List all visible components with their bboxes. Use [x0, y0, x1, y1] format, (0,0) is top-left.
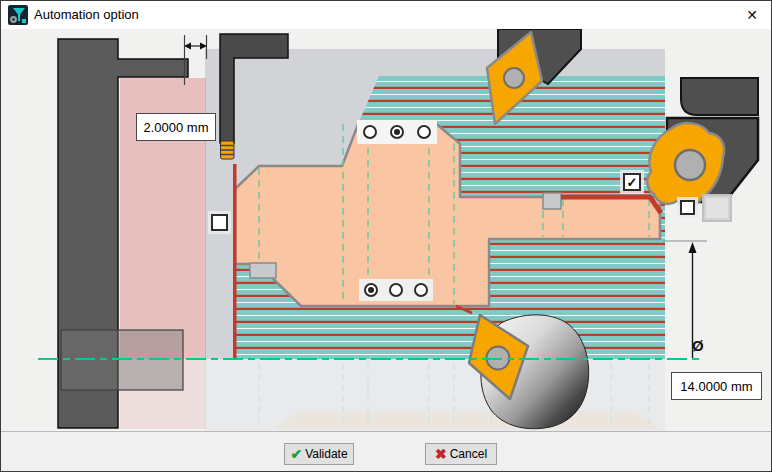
validate-label: Validate — [305, 447, 347, 461]
diameter-dimension-text: 14.0000 mm — [680, 379, 752, 394]
radio-option[interactable] — [417, 125, 431, 139]
diameter-dimension-value[interactable]: 14.0000 mm — [671, 372, 762, 400]
lathe-simulation-drawing — [1, 29, 771, 431]
checkbox-hatch-zone[interactable]: ✓ — [623, 173, 641, 191]
radio-group-bottom[interactable] — [359, 279, 433, 301]
clearance-notch-left — [250, 263, 276, 278]
window-title: Automation option — [34, 1, 139, 29]
zone-swatch-button[interactable] — [702, 194, 732, 222]
radio-option[interactable] — [389, 283, 403, 297]
radio-option[interactable] — [364, 283, 378, 297]
dialog-footer: ✔ Validate ✖ Cancel — [1, 431, 771, 472]
close-icon[interactable]: ✕ — [741, 5, 763, 25]
clearance-notch-right — [543, 193, 561, 209]
radio-option[interactable] — [390, 125, 404, 139]
radio-option[interactable] — [414, 283, 428, 297]
cancel-button[interactable]: ✖ Cancel — [425, 443, 497, 465]
gap-dimension-value[interactable]: 2.0000 mm — [136, 113, 216, 141]
radio-option[interactable] — [363, 125, 377, 139]
checkbox-left-zone[interactable] — [211, 214, 228, 231]
machining-preview-canvas: 2.0000 mm Ø 14.0000 mm ✓ — [1, 29, 771, 431]
checkbox-lower-zone[interactable] — [680, 200, 695, 215]
radio-group-top[interactable] — [357, 120, 437, 144]
gap-dimension-text: 2.0000 mm — [143, 120, 208, 135]
diameter-symbol: Ø — [692, 337, 714, 355]
automation-icon — [8, 5, 28, 25]
automation-option-dialog: Automation option ✕ — [0, 0, 772, 472]
title-bar: Automation option ✕ — [1, 1, 771, 30]
validate-button[interactable]: ✔ Validate — [284, 443, 354, 465]
cancel-x-icon: ✖ — [435, 446, 447, 462]
cancel-label: Cancel — [450, 447, 487, 461]
validate-check-icon: ✔ — [290, 446, 302, 462]
